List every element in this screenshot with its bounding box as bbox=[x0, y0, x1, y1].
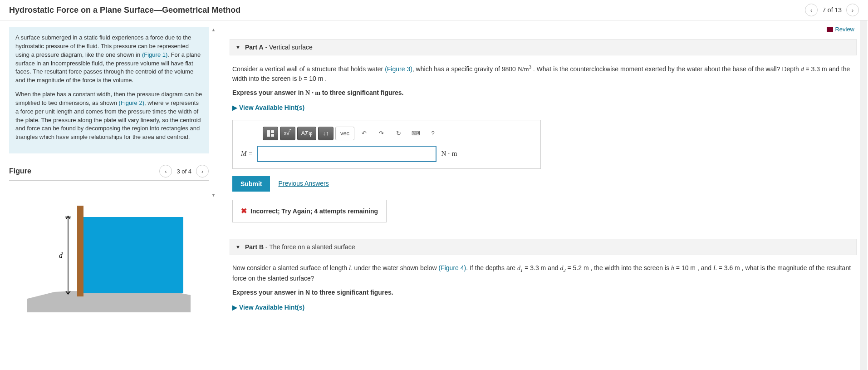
root-button[interactable]: x√ bbox=[280, 127, 295, 140]
hints-label: View Available Hint(s) bbox=[239, 104, 304, 111]
part-a-body: Consider a vertical wall of a structure … bbox=[230, 55, 857, 225]
w-var: w bbox=[165, 99, 169, 106]
page-nav: ‹ 7 of 13 › bbox=[805, 4, 859, 16]
page-counter: 7 of 13 bbox=[822, 6, 842, 14]
svg-rect-8 bbox=[271, 134, 274, 137]
greek-button[interactable]: ΑΣφ bbox=[297, 127, 316, 140]
scroll-down-icon: ▼ bbox=[211, 192, 216, 197]
left-panel: ▲ ▼ A surface submerged in a static flui… bbox=[0, 20, 218, 370]
prev-page-button[interactable]: ‹ bbox=[805, 4, 818, 16]
editor-toolbar: x√ ΑΣφ ↓↑ vec ↶ ↷ ↻ ⌨ ? bbox=[263, 127, 532, 140]
header: Hydrostatic Force on a Plane Surface—Geo… bbox=[0, 0, 868, 20]
hints-label-b: View Available Hint(s) bbox=[239, 304, 304, 311]
intro-p2b: , where bbox=[144, 99, 165, 106]
book-icon bbox=[827, 27, 833, 32]
part-a-question: Consider a vertical wall of a structure … bbox=[232, 64, 854, 84]
figure3-link[interactable]: (Figure 3) bbox=[385, 65, 412, 73]
d2-var: d2 bbox=[560, 265, 565, 271]
equation-row: M = N ⋅ m bbox=[241, 146, 532, 162]
part-a: ▼ Part A - Vertical surface Consider a v… bbox=[230, 39, 857, 225]
figure-heading: Figure bbox=[9, 167, 31, 175]
submit-button[interactable]: Submit bbox=[232, 176, 270, 192]
part-b-question: Now consider a slanted surface of length… bbox=[232, 263, 854, 284]
triangle-right-icon: ▶ bbox=[232, 303, 237, 312]
qb-t4: = 3.3 m and bbox=[523, 264, 560, 271]
qa-t5: = 10 m . bbox=[302, 75, 327, 82]
qb-t6: = 10 m , and bbox=[674, 264, 713, 271]
figure-next-button[interactable]: › bbox=[196, 165, 209, 178]
svg-text:d: d bbox=[59, 252, 63, 259]
qb-t3: . If the depths are bbox=[466, 264, 517, 271]
part-a-label: Part A bbox=[245, 44, 264, 51]
part-b-express: Express your answer in N to three signif… bbox=[232, 288, 854, 297]
exp-a: Express your answer in bbox=[232, 89, 305, 96]
undo-button[interactable]: ↶ bbox=[356, 127, 372, 140]
figure1-link[interactable]: (Figure 1) bbox=[142, 51, 167, 58]
part-b: ▼ Part B - The force on a slanted surfac… bbox=[230, 239, 857, 321]
part-b-hints-toggle[interactable]: ▶View Available Hint(s) bbox=[232, 303, 854, 312]
qa-t3: . What is the counterclockwise moment ex… bbox=[531, 65, 801, 73]
figure2-link[interactable]: (Figure 2) bbox=[119, 99, 144, 106]
review-label: Review bbox=[835, 26, 854, 33]
exp-b: to three significant figures. bbox=[320, 89, 404, 96]
exp-unit: N ⋅ m bbox=[305, 89, 320, 96]
unit-label: N ⋅ m bbox=[441, 148, 457, 159]
L-var: L bbox=[349, 265, 353, 271]
d-var: d bbox=[801, 66, 804, 73]
templates-button[interactable] bbox=[263, 127, 278, 140]
qa-unit: N/m3 bbox=[518, 66, 531, 73]
L-var-2: L bbox=[713, 265, 717, 271]
equation-editor: x√ ΑΣφ ↓↑ vec ↶ ↷ ↻ ⌨ ? M = N ⋅ m bbox=[232, 120, 541, 169]
x-icon: ✖ bbox=[241, 207, 247, 215]
svg-marker-0 bbox=[27, 291, 191, 312]
svg-rect-2 bbox=[83, 217, 183, 293]
intro-text: A surface submerged in a static fluid ex… bbox=[9, 27, 209, 153]
review-link[interactable]: Review bbox=[218, 20, 868, 35]
d1-var: d1 bbox=[517, 265, 523, 271]
main-content: ▲ ▼ A surface submerged in a static flui… bbox=[0, 20, 868, 370]
left-scrollbar[interactable]: ▲ ▼ bbox=[210, 27, 217, 197]
qb-t5: = 5.2 m , the width into the screen is bbox=[566, 264, 671, 271]
figure-nav: ‹ 3 of 4 › bbox=[159, 165, 209, 178]
figure-image: d bbox=[27, 194, 191, 312]
part-a-hints-toggle[interactable]: ▶View Available Hint(s) bbox=[232, 103, 854, 113]
part-a-express: Express your answer in N ⋅ m to three si… bbox=[232, 88, 854, 98]
triangle-right-icon: ▶ bbox=[232, 103, 237, 113]
figure-counter: 3 of 4 bbox=[177, 168, 191, 175]
arrows-button[interactable]: ↓↑ bbox=[318, 127, 333, 140]
figure-header: Figure ‹ 3 of 4 › bbox=[9, 165, 209, 181]
help-button[interactable]: ? bbox=[425, 127, 441, 140]
part-a-subtitle: - Vertical surface bbox=[264, 44, 313, 51]
part-b-subtitle: - The force on a slanted surface bbox=[264, 243, 355, 251]
reset-button[interactable]: ↻ bbox=[391, 127, 406, 140]
answer-input[interactable] bbox=[257, 146, 436, 162]
previous-answers-link[interactable]: Previous Answers bbox=[278, 179, 329, 188]
page-title: Hydrostatic Force on a Plane Surface—Geo… bbox=[9, 5, 240, 15]
b-var-2: b bbox=[671, 265, 674, 271]
caret-down-icon: ▼ bbox=[235, 244, 240, 250]
part-b-label: Part B bbox=[245, 243, 264, 251]
right-scrollbar[interactable] bbox=[860, 20, 867, 370]
figure4-link[interactable]: (Figure 4) bbox=[439, 264, 466, 271]
part-b-body: Now consider a slanted surface of length… bbox=[230, 255, 857, 321]
qb-t1: Now consider a slanted surface of length bbox=[232, 264, 349, 271]
next-page-button[interactable]: › bbox=[846, 4, 859, 16]
feedback-box: ✖Incorrect; Try Again; 4 attempts remain… bbox=[232, 200, 387, 222]
redo-button[interactable]: ↷ bbox=[373, 127, 389, 140]
svg-rect-6 bbox=[267, 130, 270, 137]
keyboard-button[interactable]: ⌨ bbox=[408, 127, 423, 140]
vec-button[interactable]: vec bbox=[335, 127, 354, 140]
figure-prev-button[interactable]: ‹ bbox=[159, 165, 172, 178]
scroll-up-icon: ▲ bbox=[211, 27, 216, 32]
svg-rect-7 bbox=[271, 130, 274, 133]
submit-row: Submit Previous Answers bbox=[232, 176, 854, 192]
caret-down-icon: ▼ bbox=[235, 44, 240, 50]
feedback-text: Incorrect; Try Again; 4 attempts remaini… bbox=[250, 207, 378, 215]
right-panel: Review ▼ Part A - Vertical surface Consi… bbox=[218, 20, 868, 370]
qa-t1: Consider a vertical wall of a structure … bbox=[232, 65, 385, 73]
svg-rect-1 bbox=[77, 206, 83, 296]
qa-t2: , which has a specific gravity of 9800 bbox=[412, 65, 518, 73]
part-a-header[interactable]: ▼ Part A - Vertical surface bbox=[230, 39, 857, 55]
variable-label: M = bbox=[241, 148, 253, 159]
part-b-header[interactable]: ▼ Part B - The force on a slanted surfac… bbox=[230, 239, 857, 255]
